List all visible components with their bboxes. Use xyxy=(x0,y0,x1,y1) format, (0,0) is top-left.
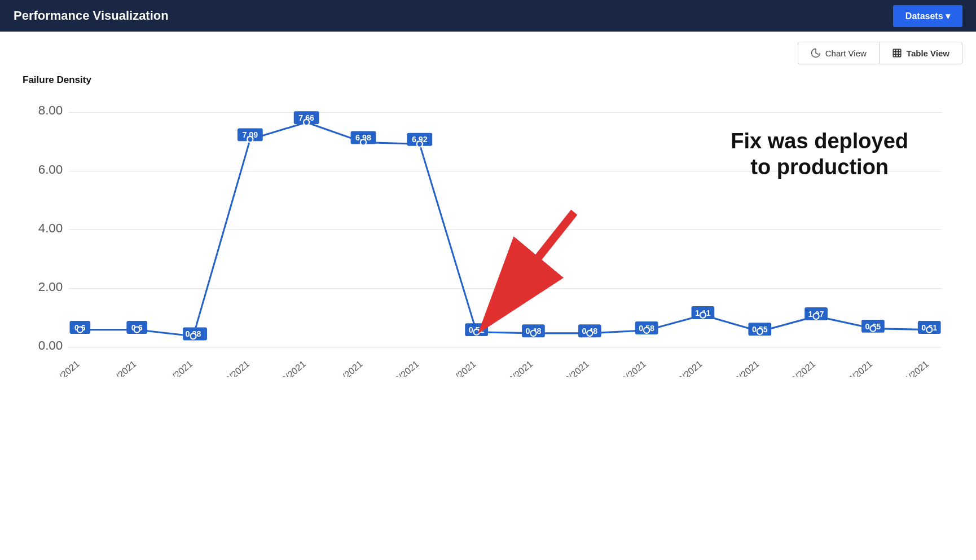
svg-point-29 xyxy=(304,120,309,125)
svg-text:05/26/2021: 05/26/2021 xyxy=(493,359,534,377)
svg-text:05/03/2021: 05/03/2021 xyxy=(266,359,307,377)
svg-text:02/21/2021: 02/21/2021 xyxy=(39,359,81,377)
svg-text:07/07/2021: 07/07/2021 xyxy=(832,359,874,377)
chart-section: Failure Density Fix was deployedto produ… xyxy=(0,69,976,394)
svg-point-17 xyxy=(77,327,83,332)
svg-text:06/30/2021: 06/30/2021 xyxy=(776,359,817,377)
svg-text:0.00: 0.00 xyxy=(38,338,63,352)
svg-text:06/02/2021: 06/02/2021 xyxy=(549,359,591,377)
svg-text:02/21/2021: 02/21/2021 xyxy=(153,359,195,377)
chart-view-button[interactable]: Chart View xyxy=(798,42,879,64)
svg-point-41 xyxy=(530,330,536,336)
page-title: Performance Visualization xyxy=(14,8,169,23)
svg-point-32 xyxy=(360,139,366,145)
svg-text:04/19/2021: 04/19/2021 xyxy=(209,359,251,377)
svg-text:6.00: 6.00 xyxy=(38,161,63,176)
svg-text:05/18/2021: 05/18/2021 xyxy=(379,359,421,377)
svg-text:2.00: 2.00 xyxy=(38,279,63,294)
svg-text:06/16/2021: 06/16/2021 xyxy=(662,359,704,377)
svg-text:05/11/2021: 05/11/2021 xyxy=(323,359,364,377)
chart-title: Failure Density xyxy=(23,74,953,86)
line-chart: 8.00 6.00 4.00 2.00 0.00 0.6 0.6 0.38 xyxy=(23,95,953,377)
svg-point-59 xyxy=(870,325,876,331)
svg-point-26 xyxy=(247,136,253,142)
svg-text:8.00: 8.00 xyxy=(38,103,63,117)
svg-point-35 xyxy=(417,141,423,147)
view-toolbar: Chart View Table View xyxy=(0,32,976,69)
svg-text:06/09/2021: 06/09/2021 xyxy=(606,359,648,377)
svg-point-47 xyxy=(644,328,649,333)
svg-point-62 xyxy=(926,327,932,332)
svg-point-23 xyxy=(190,333,196,339)
svg-point-38 xyxy=(474,329,480,335)
svg-text:02/21/2021: 02/21/2021 xyxy=(96,359,138,377)
chart-area: Fix was deployedto production 8.00 6.00 … xyxy=(23,95,953,377)
svg-text:4.00: 4.00 xyxy=(38,221,63,235)
svg-rect-0 xyxy=(893,49,901,57)
svg-point-20 xyxy=(134,327,140,332)
table-view-button[interactable]: Table View xyxy=(879,42,962,64)
chart-icon xyxy=(811,48,821,58)
svg-point-50 xyxy=(700,312,706,318)
svg-point-56 xyxy=(813,314,819,319)
svg-line-80 xyxy=(488,212,574,321)
svg-text:06/23/2021: 06/23/2021 xyxy=(719,359,761,377)
svg-text:07/14/2021: 07/14/2021 xyxy=(889,359,930,377)
svg-point-44 xyxy=(587,330,592,336)
table-icon xyxy=(892,48,902,58)
app-header: Performance Visualization Datasets ▾ xyxy=(0,0,976,32)
svg-point-53 xyxy=(757,329,763,334)
datasets-button[interactable]: Datasets ▾ xyxy=(893,5,962,27)
svg-text:05/21/2021: 05/21/2021 xyxy=(436,359,478,377)
